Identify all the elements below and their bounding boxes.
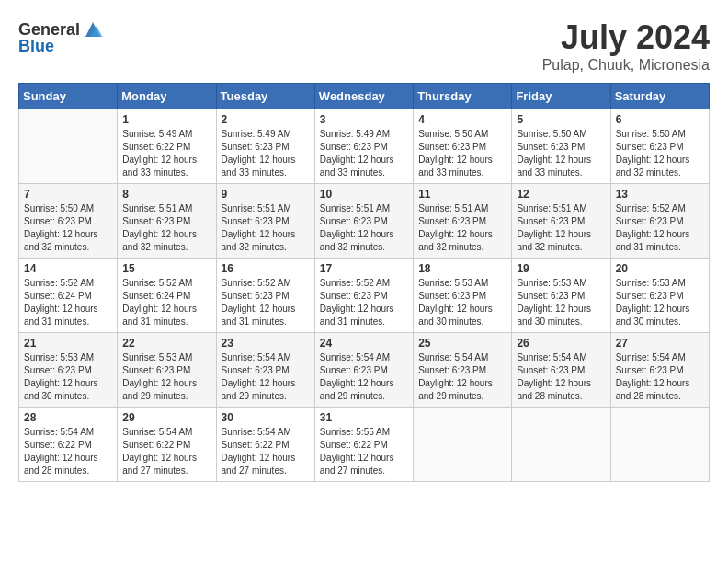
day-info: Sunrise: 5:53 AM Sunset: 6:23 PM Dayligh…: [517, 277, 605, 328]
day-number: 27: [616, 337, 704, 350]
logo-icon: [82, 18, 104, 40]
header-sunday: Sunday: [19, 84, 118, 109]
day-info: Sunrise: 5:53 AM Sunset: 6:23 PM Dayligh…: [24, 351, 112, 403]
day-info: Sunrise: 5:53 AM Sunset: 6:23 PM Dayligh…: [122, 351, 210, 403]
logo-blue: Blue: [18, 37, 54, 56]
day-info: Sunrise: 5:54 AM Sunset: 6:23 PM Dayligh…: [616, 351, 704, 403]
day-info: Sunrise: 5:51 AM Sunset: 6:23 PM Dayligh…: [517, 202, 605, 254]
day-number: 15: [122, 262, 210, 275]
day-info: Sunrise: 5:54 AM Sunset: 6:22 PM Dayligh…: [222, 426, 310, 477]
header-thursday: Thursday: [414, 84, 512, 109]
day-number: 25: [418, 337, 506, 350]
calendar-week-row: 1Sunrise: 5:49 AM Sunset: 6:22 PM Daylig…: [19, 109, 710, 184]
table-row: 31Sunrise: 5:55 AM Sunset: 6:22 PM Dayli…: [314, 408, 413, 482]
table-row: 18Sunrise: 5:53 AM Sunset: 6:23 PM Dayli…: [414, 259, 512, 333]
day-info: Sunrise: 5:52 AM Sunset: 6:23 PM Dayligh…: [320, 277, 408, 328]
day-number: 23: [222, 337, 310, 350]
calendar-header-row: Sunday Monday Tuesday Wednesday Thursday…: [19, 84, 710, 109]
day-number: 24: [320, 337, 408, 350]
day-number: 28: [24, 411, 112, 424]
day-info: Sunrise: 5:50 AM Sunset: 6:23 PM Dayligh…: [517, 128, 605, 179]
table-row: 21Sunrise: 5:53 AM Sunset: 6:23 PM Dayli…: [19, 333, 118, 408]
table-row: 15Sunrise: 5:52 AM Sunset: 6:24 PM Dayli…: [118, 259, 216, 333]
day-number: 1: [122, 113, 210, 126]
day-info: Sunrise: 5:50 AM Sunset: 6:23 PM Dayligh…: [24, 202, 112, 254]
table-row: 14Sunrise: 5:52 AM Sunset: 6:24 PM Dayli…: [19, 259, 118, 333]
day-number: 21: [24, 337, 112, 350]
table-row: 5Sunrise: 5:50 AM Sunset: 6:23 PM Daylig…: [512, 109, 610, 184]
day-info: Sunrise: 5:51 AM Sunset: 6:23 PM Dayligh…: [418, 202, 506, 254]
table-row: 26Sunrise: 5:54 AM Sunset: 6:23 PM Dayli…: [512, 333, 610, 408]
table-row: [610, 408, 709, 482]
day-number: 14: [24, 262, 112, 275]
day-number: 31: [320, 411, 408, 424]
day-info: Sunrise: 5:52 AM Sunset: 6:24 PM Dayligh…: [122, 277, 210, 328]
day-info: Sunrise: 5:50 AM Sunset: 6:23 PM Dayligh…: [418, 128, 506, 179]
day-info: Sunrise: 5:52 AM Sunset: 6:23 PM Dayligh…: [616, 202, 704, 254]
table-row: 24Sunrise: 5:54 AM Sunset: 6:23 PM Dayli…: [314, 333, 413, 408]
header-saturday: Saturday: [610, 84, 709, 109]
day-info: Sunrise: 5:54 AM Sunset: 6:23 PM Dayligh…: [517, 351, 605, 403]
day-info: Sunrise: 5:53 AM Sunset: 6:23 PM Dayligh…: [616, 277, 704, 328]
day-info: Sunrise: 5:54 AM Sunset: 6:22 PM Dayligh…: [122, 426, 210, 477]
day-info: Sunrise: 5:51 AM Sunset: 6:23 PM Dayligh…: [122, 202, 210, 254]
day-info: Sunrise: 5:51 AM Sunset: 6:23 PM Dayligh…: [222, 202, 310, 254]
table-row: 28Sunrise: 5:54 AM Sunset: 6:22 PM Dayli…: [19, 408, 118, 482]
day-info: Sunrise: 5:50 AM Sunset: 6:23 PM Dayligh…: [616, 128, 704, 179]
location-subtitle: Pulap, Chuuk, Micronesia: [542, 57, 710, 74]
table-row: 12Sunrise: 5:51 AM Sunset: 6:23 PM Dayli…: [512, 184, 610, 259]
day-info: Sunrise: 5:55 AM Sunset: 6:22 PM Dayligh…: [320, 426, 408, 477]
table-row: 29Sunrise: 5:54 AM Sunset: 6:22 PM Dayli…: [118, 408, 216, 482]
header-monday: Monday: [118, 84, 216, 109]
day-number: 17: [320, 262, 408, 275]
day-info: Sunrise: 5:51 AM Sunset: 6:23 PM Dayligh…: [320, 202, 408, 254]
table-row: 9Sunrise: 5:51 AM Sunset: 6:23 PM Daylig…: [216, 184, 314, 259]
day-number: 20: [616, 262, 704, 275]
title-section: July 2024 Pulap, Chuuk, Micronesia: [542, 18, 710, 74]
table-row: 27Sunrise: 5:54 AM Sunset: 6:23 PM Dayli…: [610, 333, 709, 408]
calendar-week-row: 7Sunrise: 5:50 AM Sunset: 6:23 PM Daylig…: [19, 184, 710, 259]
day-number: 26: [517, 337, 605, 350]
day-info: Sunrise: 5:49 AM Sunset: 6:22 PM Dayligh…: [122, 128, 210, 179]
month-year-title: July 2024: [542, 18, 710, 57]
day-number: 12: [517, 188, 605, 201]
day-number: 11: [418, 188, 506, 201]
day-info: Sunrise: 5:54 AM Sunset: 6:22 PM Dayligh…: [24, 426, 112, 477]
day-info: Sunrise: 5:54 AM Sunset: 6:23 PM Dayligh…: [320, 351, 408, 403]
table-row: 22Sunrise: 5:53 AM Sunset: 6:23 PM Dayli…: [118, 333, 216, 408]
table-row: 4Sunrise: 5:50 AM Sunset: 6:23 PM Daylig…: [414, 109, 512, 184]
table-row: 2Sunrise: 5:49 AM Sunset: 6:23 PM Daylig…: [216, 109, 314, 184]
header-friday: Friday: [512, 84, 610, 109]
table-row: 19Sunrise: 5:53 AM Sunset: 6:23 PM Dayli…: [512, 259, 610, 333]
table-row: 3Sunrise: 5:49 AM Sunset: 6:23 PM Daylig…: [314, 109, 413, 184]
table-row: [19, 109, 118, 184]
day-number: 18: [418, 262, 506, 275]
day-info: Sunrise: 5:54 AM Sunset: 6:23 PM Dayligh…: [222, 351, 310, 403]
calendar-week-row: 21Sunrise: 5:53 AM Sunset: 6:23 PM Dayli…: [19, 333, 710, 408]
table-row: 10Sunrise: 5:51 AM Sunset: 6:23 PM Dayli…: [314, 184, 413, 259]
table-row: 20Sunrise: 5:53 AM Sunset: 6:23 PM Dayli…: [610, 259, 709, 333]
page-header: General Blue July 2024 Pulap, Chuuk, Mic…: [18, 18, 710, 74]
calendar-table: Sunday Monday Tuesday Wednesday Thursday…: [18, 83, 710, 482]
table-row: [414, 408, 512, 482]
day-number: 4: [418, 113, 506, 126]
table-row: 11Sunrise: 5:51 AM Sunset: 6:23 PM Dayli…: [414, 184, 512, 259]
calendar-week-row: 14Sunrise: 5:52 AM Sunset: 6:24 PM Dayli…: [19, 259, 710, 333]
logo: General Blue: [18, 18, 104, 56]
day-number: 30: [222, 411, 310, 424]
table-row: 13Sunrise: 5:52 AM Sunset: 6:23 PM Dayli…: [610, 184, 709, 259]
table-row: 1Sunrise: 5:49 AM Sunset: 6:22 PM Daylig…: [118, 109, 216, 184]
day-number: 2: [222, 113, 310, 126]
day-number: 13: [616, 188, 704, 201]
day-info: Sunrise: 5:53 AM Sunset: 6:23 PM Dayligh…: [418, 277, 506, 328]
table-row: 25Sunrise: 5:54 AM Sunset: 6:23 PM Dayli…: [414, 333, 512, 408]
day-number: 7: [24, 188, 112, 201]
table-row: 7Sunrise: 5:50 AM Sunset: 6:23 PM Daylig…: [19, 184, 118, 259]
table-row: 8Sunrise: 5:51 AM Sunset: 6:23 PM Daylig…: [118, 184, 216, 259]
day-number: 16: [222, 262, 310, 275]
day-info: Sunrise: 5:49 AM Sunset: 6:23 PM Dayligh…: [320, 128, 408, 179]
day-info: Sunrise: 5:49 AM Sunset: 6:23 PM Dayligh…: [222, 128, 310, 179]
day-info: Sunrise: 5:54 AM Sunset: 6:23 PM Dayligh…: [418, 351, 506, 403]
day-number: 9: [222, 188, 310, 201]
day-number: 10: [320, 188, 408, 201]
